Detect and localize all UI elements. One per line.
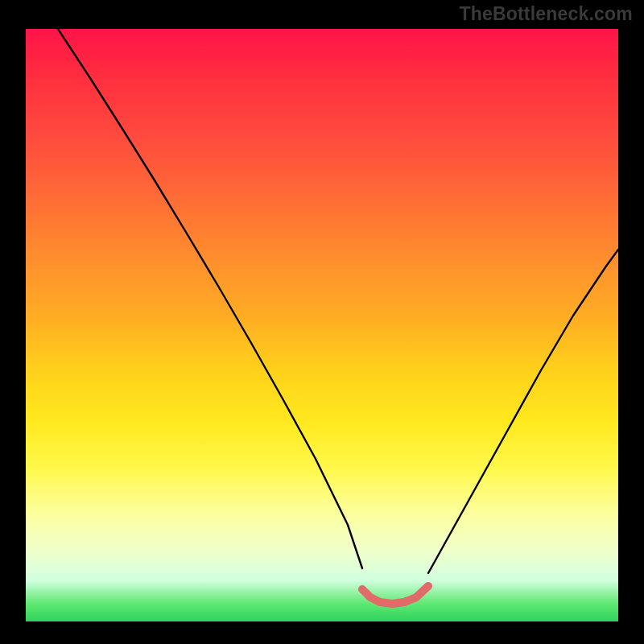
series-bottom-flat (362, 586, 428, 604)
series-left-arm (58, 29, 362, 568)
plot-area (26, 29, 618, 621)
chart-frame: TheBottleneck.com (0, 0, 644, 644)
series-layer (58, 29, 618, 604)
chart-svg (26, 29, 618, 621)
watermark-text: TheBottleneck.com (459, 3, 633, 25)
series-right-arm (428, 250, 618, 573)
